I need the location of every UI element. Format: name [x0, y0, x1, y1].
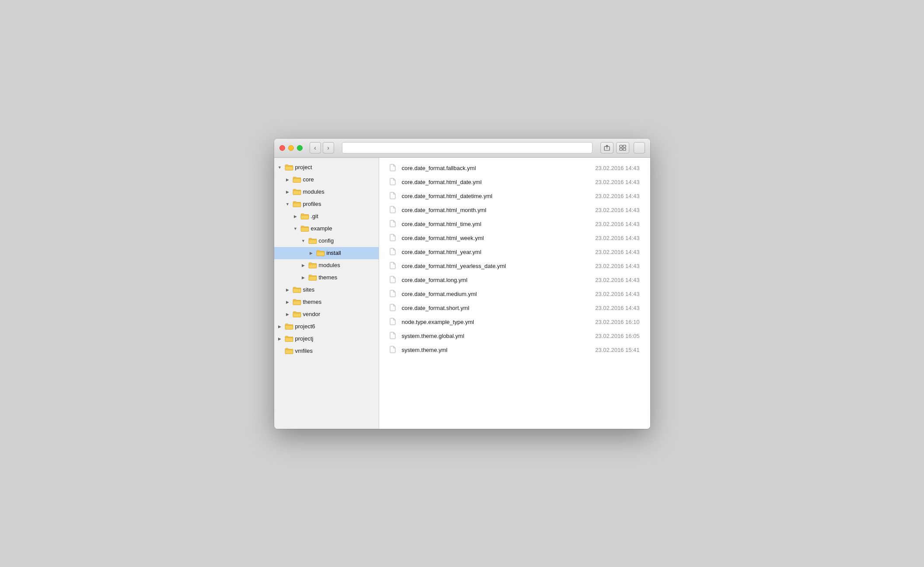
file-name: core.date_format.short.yml	[402, 305, 587, 311]
sidebar-item-vmfiles[interactable]: vmfiles	[274, 345, 379, 357]
file-list: core.date_format.fallback.yml23.02.2016 …	[379, 158, 650, 429]
file-icon	[390, 192, 397, 201]
sidebar-item-label: themes	[303, 299, 322, 305]
sidebar-item-label: core	[303, 176, 314, 183]
file-name: core.date_format.html_yearless_date.yml	[402, 263, 587, 269]
file-date: 23.02.2016 14:43	[587, 221, 640, 227]
share-button[interactable]	[600, 142, 614, 153]
file-item[interactable]: core.date_format.fallback.yml23.02.2016 …	[379, 161, 650, 175]
file-item[interactable]: core.date_format.html_datetime.yml23.02.…	[379, 189, 650, 203]
folder-icon	[300, 225, 309, 232]
file-icon	[390, 318, 397, 327]
chevron-icon	[285, 287, 291, 293]
arrange-icon	[619, 144, 626, 151]
file-date: 23.02.2016 14:43	[587, 263, 640, 269]
sidebar-item-example[interactable]: example	[274, 223, 379, 235]
file-icon	[390, 346, 397, 355]
minimize-button[interactable]	[288, 145, 294, 151]
file-date: 23.02.2016 14:43	[587, 207, 640, 213]
file-item[interactable]: node.type.example_type.yml23.02.2016 16:…	[379, 315, 650, 329]
sidebar-item-vendor[interactable]: vendor	[274, 308, 379, 320]
file-icon	[390, 234, 397, 243]
file-name: core.date_format.html_date.yml	[402, 179, 587, 185]
file-icon	[390, 304, 397, 313]
sidebar-item-modules2[interactable]: modules	[274, 259, 379, 271]
file-icon	[390, 206, 397, 215]
file-item[interactable]: core.date_format.html_week.yml23.02.2016…	[379, 231, 650, 245]
folder-icon	[285, 335, 293, 342]
maximize-button[interactable]	[297, 145, 303, 151]
sidebar-item-label: vmfiles	[295, 348, 313, 354]
sidebar-item-themes[interactable]: themes	[274, 271, 379, 284]
svg-rect-2	[620, 145, 622, 147]
sidebar-item-projectj[interactable]: projectj	[274, 333, 379, 345]
file-item[interactable]: core.date_format.html_time.yml23.02.2016…	[379, 217, 650, 231]
chevron-icon	[293, 213, 299, 219]
svg-rect-3	[623, 145, 626, 147]
folder-icon	[293, 299, 301, 306]
sidebar: project core modules profiles .git examp…	[274, 158, 379, 429]
folder-icon	[308, 274, 317, 281]
file-item[interactable]: core.date_format.html_year.yml23.02.2016…	[379, 245, 650, 259]
sidebar-item-core[interactable]: core	[274, 174, 379, 186]
folder-icon	[293, 201, 301, 208]
file-date: 23.02.2016 16:05	[587, 333, 640, 339]
file-name: core.date_format.long.yml	[402, 277, 587, 283]
file-name: system.theme.yml	[402, 347, 587, 353]
chevron-icon	[277, 336, 283, 342]
folder-icon	[300, 213, 309, 220]
chevron-icon	[293, 226, 299, 232]
folder-icon	[308, 237, 317, 244]
sidebar-item-label: config	[319, 237, 334, 244]
file-date: 23.02.2016 14:43	[587, 305, 640, 311]
add-tab-button[interactable]	[634, 142, 645, 153]
sidebar-item-git[interactable]: .git	[274, 210, 379, 223]
file-name: core.date_format.fallback.yml	[402, 165, 587, 171]
close-button[interactable]	[279, 145, 285, 151]
chevron-icon	[308, 250, 314, 256]
titlebar: ‹ ›	[274, 139, 650, 158]
folder-icon	[308, 262, 317, 269]
file-name: core.date_format.html_week.yml	[402, 235, 587, 241]
forward-button[interactable]: ›	[323, 142, 334, 153]
file-item[interactable]: core.date_format.long.yml23.02.2016 14:4…	[379, 273, 650, 287]
sidebar-item-label: project6	[295, 323, 315, 330]
sidebar-item-themes2[interactable]: themes	[274, 296, 379, 308]
file-item[interactable]: core.date_format.html_yearless_date.yml2…	[379, 259, 650, 273]
folder-icon	[285, 164, 293, 171]
svg-rect-5	[623, 148, 626, 150]
file-item[interactable]: core.date_format.medium.yml23.02.2016 14…	[379, 287, 650, 301]
sidebar-item-label: themes	[319, 274, 338, 281]
arrange-button[interactable]	[616, 142, 629, 153]
file-item[interactable]: core.date_format.short.yml23.02.2016 14:…	[379, 301, 650, 315]
address-bar[interactable]	[342, 142, 593, 153]
file-item[interactable]: system.theme.yml23.02.2016 15:41	[379, 343, 650, 357]
file-item[interactable]: core.date_format.html_date.yml23.02.2016…	[379, 175, 650, 189]
sidebar-item-modules[interactable]: modules	[274, 186, 379, 198]
sidebar-item-install[interactable]: install	[274, 247, 379, 259]
sidebar-item-project[interactable]: project	[274, 161, 379, 174]
sidebar-item-label: install	[327, 250, 341, 256]
file-date: 23.02.2016 14:43	[587, 165, 640, 171]
file-date: 23.02.2016 14:43	[587, 249, 640, 255]
file-icon	[390, 262, 397, 271]
back-button[interactable]: ‹	[310, 142, 321, 153]
chevron-icon	[300, 275, 307, 281]
chevron-icon	[277, 164, 283, 170]
sidebar-item-config[interactable]: config	[274, 235, 379, 247]
back-icon: ‹	[314, 144, 316, 151]
file-icon	[390, 332, 397, 341]
sidebar-item-label: modules	[303, 188, 324, 195]
file-date: 23.02.2016 14:43	[587, 235, 640, 241]
file-item[interactable]: core.date_format.html_month.yml23.02.201…	[379, 203, 650, 217]
sidebar-item-sites[interactable]: sites	[274, 284, 379, 296]
sidebar-item-label: sites	[303, 286, 315, 293]
share-icon	[603, 144, 610, 151]
chevron-icon	[300, 262, 307, 268]
file-icon	[390, 220, 397, 229]
file-item[interactable]: system.theme.global.yml23.02.2016 16:05	[379, 329, 650, 343]
sidebar-item-profiles[interactable]: profiles	[274, 198, 379, 210]
file-date: 23.02.2016 14:43	[587, 291, 640, 297]
nav-buttons: ‹ ›	[310, 142, 334, 153]
sidebar-item-project6[interactable]: project6	[274, 320, 379, 333]
